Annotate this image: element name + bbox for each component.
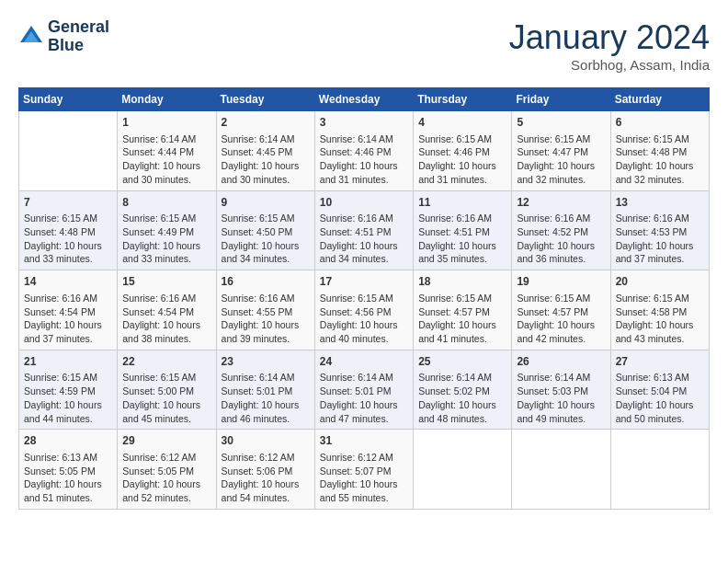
day-number: 18: [418, 274, 506, 290]
day-info: Sunrise: 6:16 AM Sunset: 4:54 PM Dayligh…: [122, 292, 210, 346]
day-number: 23: [222, 354, 310, 370]
calendar-cell: 25Sunrise: 6:14 AM Sunset: 5:02 PM Dayli…: [414, 350, 512, 430]
weekday-header: Tuesday: [216, 88, 314, 111]
day-number: 29: [122, 433, 210, 449]
calendar-cell: 4Sunrise: 6:15 AM Sunset: 4:46 PM Daylig…: [414, 111, 512, 191]
day-number: 9: [222, 195, 310, 211]
day-info: Sunrise: 6:14 AM Sunset: 4:44 PM Dayligh…: [122, 132, 210, 187]
calendar-cell: 28Sunrise: 6:13 AM Sunset: 5:05 PM Dayli…: [19, 430, 118, 510]
day-number: 3: [320, 115, 408, 131]
day-info: Sunrise: 6:14 AM Sunset: 5:02 PM Dayligh…: [418, 371, 506, 425]
day-number: 2: [222, 115, 310, 131]
day-number: 28: [24, 433, 112, 449]
weekday-header: Friday: [512, 88, 610, 111]
logo: General Blue: [18, 18, 109, 55]
weekday-header: Wednesday: [314, 88, 413, 111]
calendar-cell: 30Sunrise: 6:12 AM Sunset: 5:06 PM Dayli…: [216, 430, 314, 510]
day-info: Sunrise: 6:16 AM Sunset: 4:53 PM Dayligh…: [616, 212, 704, 266]
day-number: 22: [122, 354, 210, 370]
day-number: 19: [517, 274, 605, 290]
day-info: Sunrise: 6:15 AM Sunset: 5:00 PM Dayligh…: [122, 371, 210, 425]
weekday-header: Saturday: [610, 88, 709, 111]
calendar-cell: 10Sunrise: 6:16 AM Sunset: 4:51 PM Dayli…: [314, 190, 413, 270]
day-number: 21: [24, 354, 112, 370]
day-number: 26: [517, 354, 605, 370]
day-info: Sunrise: 6:15 AM Sunset: 4:59 PM Dayligh…: [24, 371, 112, 425]
calendar-cell: [610, 430, 709, 510]
day-info: Sunrise: 6:16 AM Sunset: 4:54 PM Dayligh…: [24, 292, 112, 346]
day-number: 12: [517, 195, 605, 211]
calendar-cell: 17Sunrise: 6:15 AM Sunset: 4:56 PM Dayli…: [314, 270, 413, 350]
day-info: Sunrise: 6:15 AM Sunset: 4:58 PM Dayligh…: [616, 292, 704, 346]
calendar-week-row: 7Sunrise: 6:15 AM Sunset: 4:48 PM Daylig…: [19, 190, 710, 270]
logo-icon: [18, 24, 44, 50]
calendar-cell: 3Sunrise: 6:14 AM Sunset: 4:46 PM Daylig…: [314, 111, 413, 191]
day-number: 14: [24, 274, 112, 290]
calendar-cell: 23Sunrise: 6:14 AM Sunset: 5:01 PM Dayli…: [216, 350, 314, 430]
day-number: 4: [418, 115, 506, 131]
day-info: Sunrise: 6:16 AM Sunset: 4:52 PM Dayligh…: [517, 212, 605, 266]
calendar-week-row: 21Sunrise: 6:15 AM Sunset: 4:59 PM Dayli…: [19, 350, 710, 430]
calendar-cell: [19, 111, 118, 191]
calendar-cell: 2Sunrise: 6:14 AM Sunset: 4:45 PM Daylig…: [216, 111, 314, 191]
calendar-cell: 9Sunrise: 6:15 AM Sunset: 4:50 PM Daylig…: [216, 190, 314, 270]
calendar-cell: [414, 430, 512, 510]
calendar-cell: 7Sunrise: 6:15 AM Sunset: 4:48 PM Daylig…: [19, 190, 118, 270]
calendar-cell: 12Sunrise: 6:16 AM Sunset: 4:52 PM Dayli…: [512, 190, 610, 270]
day-number: 6: [616, 115, 704, 131]
day-info: Sunrise: 6:16 AM Sunset: 4:51 PM Dayligh…: [320, 212, 408, 266]
day-number: 30: [222, 433, 310, 449]
calendar-cell: 24Sunrise: 6:14 AM Sunset: 5:01 PM Dayli…: [314, 350, 413, 430]
day-info: Sunrise: 6:15 AM Sunset: 4:48 PM Dayligh…: [24, 212, 112, 266]
logo-text: General Blue: [48, 18, 109, 55]
day-info: Sunrise: 6:15 AM Sunset: 4:48 PM Dayligh…: [616, 132, 704, 187]
calendar-cell: 21Sunrise: 6:15 AM Sunset: 4:59 PM Dayli…: [19, 350, 118, 430]
day-number: 1: [122, 115, 210, 131]
page-header: General Blue January 2024 Sorbhog, Assam…: [18, 18, 710, 73]
day-number: 27: [616, 354, 704, 370]
day-number: 20: [616, 274, 704, 290]
calendar-cell: 31Sunrise: 6:12 AM Sunset: 5:07 PM Dayli…: [314, 430, 413, 510]
calendar-cell: 6Sunrise: 6:15 AM Sunset: 4:48 PM Daylig…: [610, 111, 709, 191]
calendar-cell: 15Sunrise: 6:16 AM Sunset: 4:54 PM Dayli…: [118, 270, 216, 350]
day-info: Sunrise: 6:12 AM Sunset: 5:05 PM Dayligh…: [122, 451, 210, 505]
day-info: Sunrise: 6:13 AM Sunset: 5:04 PM Dayligh…: [616, 371, 704, 425]
day-info: Sunrise: 6:15 AM Sunset: 4:57 PM Dayligh…: [517, 292, 605, 346]
calendar-table: SundayMondayTuesdayWednesdayThursdayFrid…: [18, 87, 710, 510]
day-info: Sunrise: 6:15 AM Sunset: 4:49 PM Dayligh…: [122, 212, 210, 266]
day-info: Sunrise: 6:14 AM Sunset: 4:45 PM Dayligh…: [222, 132, 310, 187]
calendar-cell: 19Sunrise: 6:15 AM Sunset: 4:57 PM Dayli…: [512, 270, 610, 350]
day-number: 24: [320, 354, 408, 370]
day-number: 8: [122, 195, 210, 211]
calendar-cell: 20Sunrise: 6:15 AM Sunset: 4:58 PM Dayli…: [610, 270, 709, 350]
calendar-cell: 11Sunrise: 6:16 AM Sunset: 4:51 PM Dayli…: [414, 190, 512, 270]
day-info: Sunrise: 6:13 AM Sunset: 5:05 PM Dayligh…: [24, 451, 112, 505]
day-info: Sunrise: 6:15 AM Sunset: 4:57 PM Dayligh…: [418, 292, 506, 346]
weekday-header: Monday: [118, 88, 216, 111]
calendar-cell: 27Sunrise: 6:13 AM Sunset: 5:04 PM Dayli…: [610, 350, 709, 430]
calendar-cell: 18Sunrise: 6:15 AM Sunset: 4:57 PM Dayli…: [414, 270, 512, 350]
day-info: Sunrise: 6:15 AM Sunset: 4:47 PM Dayligh…: [517, 132, 605, 187]
day-number: 16: [222, 274, 310, 290]
weekday-header-row: SundayMondayTuesdayWednesdayThursdayFrid…: [19, 88, 710, 111]
calendar-cell: 13Sunrise: 6:16 AM Sunset: 4:53 PM Dayli…: [610, 190, 709, 270]
day-info: Sunrise: 6:14 AM Sunset: 5:03 PM Dayligh…: [517, 371, 605, 425]
title-block: January 2024 Sorbhog, Assam, India: [509, 18, 710, 73]
calendar-cell: 5Sunrise: 6:15 AM Sunset: 4:47 PM Daylig…: [512, 111, 610, 191]
day-info: Sunrise: 6:12 AM Sunset: 5:06 PM Dayligh…: [222, 451, 310, 505]
calendar-cell: 29Sunrise: 6:12 AM Sunset: 5:05 PM Dayli…: [118, 430, 216, 510]
calendar-week-row: 28Sunrise: 6:13 AM Sunset: 5:05 PM Dayli…: [19, 430, 710, 510]
calendar-cell: 8Sunrise: 6:15 AM Sunset: 4:49 PM Daylig…: [118, 190, 216, 270]
day-info: Sunrise: 6:16 AM Sunset: 4:55 PM Dayligh…: [222, 292, 310, 346]
weekday-header: Thursday: [414, 88, 512, 111]
day-info: Sunrise: 6:12 AM Sunset: 5:07 PM Dayligh…: [320, 451, 408, 505]
weekday-header: Sunday: [19, 88, 118, 111]
month-title: January 2024: [509, 18, 710, 57]
day-number: 17: [320, 274, 408, 290]
calendar-cell: 1Sunrise: 6:14 AM Sunset: 4:44 PM Daylig…: [118, 111, 216, 191]
day-number: 7: [24, 195, 112, 211]
location-subtitle: Sorbhog, Assam, India: [509, 57, 710, 73]
day-info: Sunrise: 6:16 AM Sunset: 4:51 PM Dayligh…: [418, 212, 506, 266]
day-info: Sunrise: 6:14 AM Sunset: 5:01 PM Dayligh…: [222, 371, 310, 425]
day-info: Sunrise: 6:15 AM Sunset: 4:46 PM Dayligh…: [418, 132, 506, 187]
